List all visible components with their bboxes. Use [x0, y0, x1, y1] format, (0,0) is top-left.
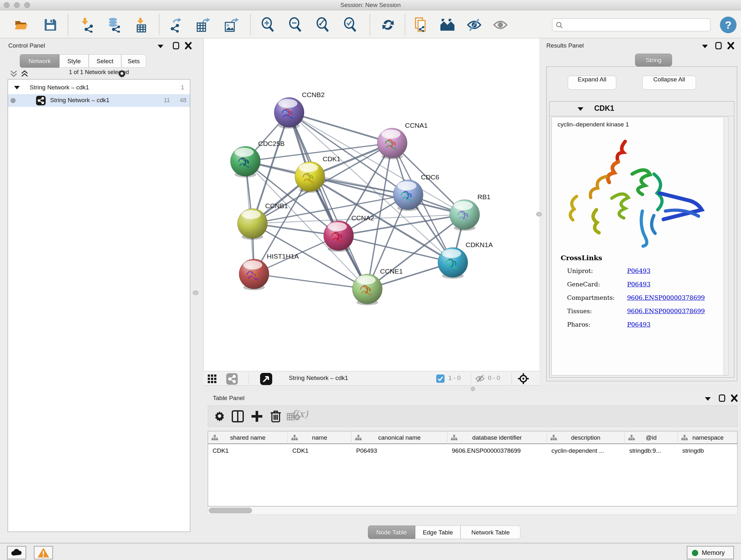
open-session-icon[interactable]	[14, 17, 29, 33]
first-neighbors-icon[interactable]	[440, 17, 455, 33]
zoom-out-icon[interactable]	[288, 17, 303, 33]
table-options-gear-icon[interactable]	[213, 410, 226, 422]
column-header-canonicalname[interactable]: canonical name	[352, 431, 448, 444]
column-header-id[interactable]: @id	[625, 431, 678, 444]
control-panel-close-icon[interactable]	[185, 42, 192, 50]
network-share-view-icon[interactable]	[226, 373, 238, 385]
crosslink-link[interactable]: P06493	[627, 321, 650, 328]
zoom-fit-icon[interactable]	[315, 17, 331, 33]
column-header-sharedname[interactable]: shared name	[208, 431, 288, 444]
table-panel-maximize-icon[interactable]	[718, 394, 726, 402]
column-header-namespace[interactable]: namespace	[678, 431, 738, 444]
tab-network[interactable]: Network	[20, 54, 59, 68]
edge-HIST1H1A-CCNE1[interactable]	[254, 274, 367, 289]
table-panel-close-icon[interactable]	[731, 394, 738, 402]
zoom-in-icon[interactable]	[260, 17, 276, 33]
results-divider-handle[interactable]	[536, 212, 542, 216]
import-network-icon[interactable]	[79, 17, 94, 33]
collapse-all-button[interactable]: Collapse All	[643, 76, 696, 90]
column-header-description[interactable]: description	[547, 431, 625, 444]
network-options-gear-icon[interactable]	[117, 68, 127, 78]
panel-divider-handle[interactable]	[193, 291, 199, 295]
table-panel-float-icon[interactable]	[704, 396, 711, 401]
results-panel-maximize-icon[interactable]	[715, 42, 723, 50]
table-cell[interactable]: stringdb	[678, 445, 738, 457]
table-cell[interactable]: CDK1	[208, 445, 288, 457]
tab-sets[interactable]: Sets	[121, 54, 146, 68]
show-columns-icon[interactable]	[231, 410, 245, 423]
navbar-separator	[249, 373, 249, 385]
control-panel-maximize-icon[interactable]	[172, 42, 180, 50]
export-table-icon[interactable]	[195, 17, 211, 33]
results-scrollbar[interactable]	[724, 118, 727, 375]
expand-all-button[interactable]: Expand All	[568, 76, 616, 90]
edge-CCNA2-CDKN1A[interactable]	[339, 236, 453, 262]
node-CCNA1[interactable]: CCNA1	[377, 122, 428, 159]
tab-edge-table[interactable]: Edge Table	[415, 525, 461, 539]
crosslink-label: GeneCard:	[567, 281, 600, 288]
crosslink-link[interactable]: 9606.ENSP00000378699	[627, 307, 705, 314]
horizontal-splitter[interactable]	[203, 386, 741, 392]
hide-selected-icon[interactable]	[467, 17, 482, 33]
grid-view-icon[interactable]	[207, 374, 217, 384]
splitter-handle[interactable]	[471, 387, 475, 391]
crosslink-link[interactable]: P06493	[627, 281, 650, 288]
node-CCNB1[interactable]: CCNB1	[238, 202, 288, 240]
column-header-name[interactable]: name	[288, 431, 352, 444]
edge-CCNB2-CCNA1[interactable]	[289, 112, 392, 143]
node-HIST1H1A[interactable]: HIST1H1A	[239, 253, 299, 290]
add-column-icon[interactable]	[250, 410, 264, 423]
refresh-icon[interactable]	[381, 17, 396, 33]
control-panel-float-icon[interactable]	[157, 44, 164, 49]
import-table-icon[interactable]	[134, 17, 149, 33]
import-database-icon[interactable]	[106, 17, 121, 33]
crosslink-link[interactable]: 9606.ENSP00000378699	[627, 294, 705, 301]
table-cell[interactable]: 9606.ENSP00000378699	[448, 445, 547, 457]
node-CDKN1A[interactable]: CDKN1A	[438, 241, 493, 279]
export-network-icon[interactable]	[169, 17, 184, 33]
scrollbar-thumb[interactable]	[209, 508, 252, 513]
tab-network-table[interactable]: Network Table	[461, 525, 521, 539]
node-CDK1[interactable]: CDK1	[295, 155, 340, 193]
warning-status-button[interactable]	[34, 546, 53, 559]
table-cell[interactable]: P06493	[352, 445, 448, 457]
network-edge-count: 48	[180, 97, 186, 104]
column-header-databaseidentifier[interactable]: database identifier	[448, 431, 547, 444]
tab-string[interactable]: String	[635, 54, 672, 66]
delete-column-icon[interactable]	[269, 410, 282, 423]
export-image-icon[interactable]	[223, 17, 239, 33]
memory-button[interactable]: Memory	[687, 546, 734, 559]
network-collection-row[interactable]: String Network – cdk1 1	[8, 81, 190, 94]
network-canvas[interactable]: CCNB2CCNA1CDC25BCDK1CDC6RB1CCNB1CCNA2CDK…	[203, 38, 539, 371]
crosslink-link[interactable]: P06493	[627, 267, 650, 274]
table-cell[interactable]: CDK1	[288, 445, 352, 457]
results-panel-float-icon[interactable]	[701, 44, 709, 49]
save-session-icon[interactable]	[43, 17, 58, 33]
table-cell[interactable]: stringdb:9...	[625, 445, 678, 457]
collection-expander-icon[interactable]	[14, 85, 20, 90]
protein-structure-image	[558, 136, 724, 251]
gene-expander-icon[interactable]	[577, 107, 584, 111]
search-input[interactable]	[566, 19, 706, 30]
table-horizontal-scrollbar[interactable]	[208, 506, 738, 515]
node-RB1[interactable]: RB1	[450, 193, 490, 231]
current-network-name: String Network – cdk1	[289, 374, 348, 381]
birdseye-view-icon[interactable]	[260, 373, 272, 385]
network-row-selected[interactable]: String Network – cdk1 11 48	[8, 94, 190, 107]
clone-network-icon[interactable]	[414, 17, 429, 33]
tab-node-table[interactable]: Node Table	[368, 525, 415, 539]
tab-select[interactable]: Select	[89, 54, 121, 68]
table-cell[interactable]: cyclin-dependent ...	[547, 445, 625, 457]
selected-nodes-checkbox[interactable]	[436, 374, 445, 383]
node-CCNB2[interactable]: CCNB2	[274, 91, 325, 129]
gene-entry-header[interactable]: CDK1	[549, 102, 734, 116]
show-all-icon[interactable]	[493, 17, 508, 33]
fit-content-crosshair-icon[interactable]	[517, 373, 529, 385]
node-CDC25B[interactable]: CDC25B	[230, 140, 285, 178]
node-CDC6[interactable]: CDC6	[393, 173, 439, 211]
help-button[interactable]: ?	[720, 17, 737, 33]
cloud-status-button[interactable]	[7, 546, 26, 559]
zoom-selected-icon[interactable]	[343, 17, 358, 33]
tab-style[interactable]: Style	[59, 54, 89, 68]
results-panel-close-icon[interactable]	[727, 42, 735, 50]
